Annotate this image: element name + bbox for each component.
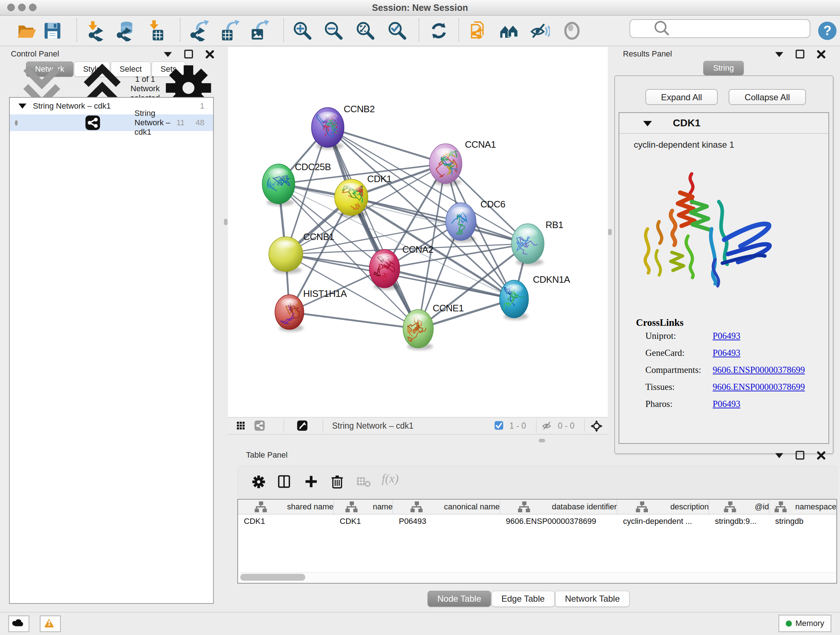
import-database-button[interactable]: [114, 20, 135, 41]
status-bar: Memory: [0, 612, 840, 635]
show-columns-button[interactable]: [277, 474, 293, 490]
left-splitter-handle[interactable]: [224, 219, 227, 225]
float-panel-icon[interactable]: [794, 450, 806, 461]
node-label: CCNE1: [433, 302, 464, 314]
search-input[interactable]: [692, 23, 805, 34]
panel-menu-icon[interactable]: [162, 49, 174, 60]
network-node-HIST1H1A[interactable]: HIST1H1A: [275, 288, 347, 332]
column-header[interactable]: @id: [709, 500, 769, 514]
preview-button[interactable]: [561, 20, 583, 41]
network-collection-row[interactable]: String Network – cdk1 1: [10, 98, 213, 114]
import-network-button[interactable]: [85, 20, 106, 41]
save-session-button[interactable]: [42, 20, 63, 41]
tab-string[interactable]: String: [703, 61, 744, 75]
zoom-in-button[interactable]: [292, 20, 313, 41]
fit-content-button[interactable]: [591, 420, 603, 432]
column-header[interactable]: database identifier: [500, 500, 617, 514]
crosslink-link[interactable]: P06493: [713, 348, 740, 358]
network-tree: String Network – cdk1 1 String Network –…: [9, 97, 214, 604]
panel-menu-icon[interactable]: [774, 450, 785, 461]
close-panel-icon[interactable]: [815, 450, 827, 461]
refresh-icon: [428, 20, 449, 41]
delete-table-button[interactable]: [356, 474, 372, 490]
column-header[interactable]: shared name: [238, 500, 334, 514]
network-node-CCNB2[interactable]: CCNB2: [311, 103, 375, 149]
float-panel-icon[interactable]: [794, 49, 806, 60]
open-session-button[interactable]: [16, 20, 37, 41]
network-node-CDC25B[interactable]: CDC25B: [262, 162, 331, 206]
network-node-CCNA1[interactable]: CCNA1: [429, 139, 496, 186]
close-panel-icon[interactable]: [204, 49, 216, 60]
collapse-all-button[interactable]: Collapse All: [729, 89, 806, 105]
network-canvas[interactable]: CCNB2CCNA1CDC25BCDK1CDC6RB1CCNB1CCNA2CDK…: [228, 47, 608, 417]
export-table-button[interactable]: [218, 20, 240, 41]
table-options-button[interactable]: [251, 474, 267, 490]
zoom-out-button[interactable]: [323, 20, 344, 41]
footer-separator: [323, 419, 323, 432]
string-results-box: Expand All Collapse All CDK1 cyclin-depe…: [614, 75, 834, 454]
results-panel-title: Results Panel: [623, 49, 672, 59]
scrollbar-thumb[interactable]: [240, 574, 305, 581]
column-type-icon: [769, 500, 792, 514]
column-header[interactable]: canonical name: [393, 500, 500, 514]
column-header[interactable]: description: [617, 500, 709, 514]
show-hide-button[interactable]: [529, 20, 550, 41]
hidden-toggle[interactable]: [541, 420, 554, 432]
zoom-in-icon: [292, 20, 313, 41]
share-document-button[interactable]: [468, 20, 489, 41]
crosslink-link[interactable]: P06493: [713, 399, 740, 409]
network-node-CCNE1[interactable]: CCNE1: [403, 302, 464, 350]
memory-button[interactable]: Memory: [778, 615, 831, 632]
checkbox-icon: [494, 421, 505, 432]
function-builder-button[interactable]: f(x): [382, 472, 399, 486]
warning-button[interactable]: [40, 616, 61, 632]
bottom-splitter-handle[interactable]: [538, 439, 545, 442]
panel-menu-icon[interactable]: [774, 49, 785, 60]
tab-network-table[interactable]: Network Table: [555, 591, 630, 607]
gene-header[interactable]: CDK1: [619, 113, 829, 134]
delete-column-button[interactable]: [330, 474, 346, 490]
zoom-selected-button[interactable]: [386, 20, 407, 41]
column-type-icon: [238, 500, 284, 514]
export-network-button[interactable]: [189, 20, 210, 41]
network-row-selected[interactable]: String Network – cdk1 11 48: [10, 114, 213, 131]
selected-checkbox[interactable]: [494, 421, 505, 432]
network-node-CDKN1A[interactable]: CDKN1A: [500, 274, 570, 320]
close-panel-icon[interactable]: [815, 49, 827, 60]
network-label: String Network – cdk1: [134, 109, 177, 137]
birdseye-button[interactable]: [297, 420, 309, 432]
crosslink-link[interactable]: 9606.ENSP00000378699: [713, 382, 805, 392]
tab-node-table[interactable]: Node Table: [428, 591, 491, 607]
right-splitter-handle[interactable]: [608, 229, 612, 235]
share-view-button[interactable]: [254, 420, 266, 432]
zoom-fit-button[interactable]: [355, 20, 376, 41]
tree-expand-icon[interactable]: [19, 103, 27, 109]
network-icon: [25, 114, 134, 131]
columns-icon: [277, 474, 293, 490]
crosslink-link[interactable]: 9606.ENSP00000378699: [713, 365, 805, 375]
string-home-button[interactable]: [499, 20, 519, 41]
column-header[interactable]: name: [334, 500, 393, 514]
network-view-title: String Network – cdk1: [332, 417, 414, 434]
crosslink-row: Pharos: P06493: [645, 399, 819, 413]
collapse-gene-icon[interactable]: [643, 121, 652, 126]
horizontal-scrollbar[interactable]: [239, 572, 836, 582]
open-external-icon: [297, 420, 309, 432]
add-column-button[interactable]: [303, 474, 319, 490]
expand-all-button[interactable]: Expand All: [645, 89, 718, 105]
network-node-RB1[interactable]: RB1: [512, 219, 563, 266]
import-table-button[interactable]: [144, 20, 165, 41]
float-panel-icon[interactable]: [183, 49, 195, 60]
crosslink-link[interactable]: P06493: [713, 331, 740, 341]
grid-view-button[interactable]: [236, 420, 248, 432]
cloud-button[interactable]: [8, 616, 29, 632]
refresh-button[interactable]: [428, 20, 449, 41]
tab-edge-table[interactable]: Edge Table: [492, 591, 554, 607]
table-tabs: Node Table Edge Table Network Table: [428, 591, 630, 607]
footer-separator: [584, 419, 584, 432]
table-row[interactable]: CDK1 CDK1 P06493 9606.ENSP00000378699 cy…: [238, 515, 836, 528]
network-node-CCNA2[interactable]: CCNA2: [369, 244, 433, 290]
export-image-button[interactable]: [248, 20, 269, 41]
help-button[interactable]: ?: [817, 20, 838, 41]
column-header[interactable]: namespace: [769, 500, 836, 514]
